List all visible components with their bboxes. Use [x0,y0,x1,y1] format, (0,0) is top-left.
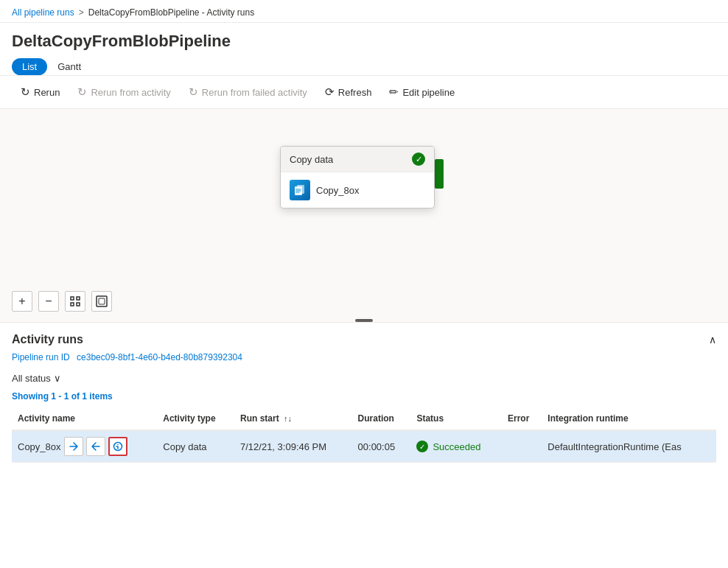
collapse-button[interactable]: ∧ [709,334,716,346]
col-activity-name: Activity name [12,407,157,430]
scroll-indicator [355,319,373,322]
svg-point-9 [117,444,119,446]
breadcrumb-current: DeltaCopyFromBlobPipeline - Activity run… [88,7,254,18]
pipeline-run-id-label: Pipeline run ID [12,352,70,362]
node-success-indicator [435,159,444,189]
col-activity-type: Activity type [157,407,234,430]
rerun-activity-icon: ↻ [77,85,87,99]
activity-name-text: Copy_8ox [18,441,61,452]
svg-rect-3 [77,297,80,300]
tooltip-header: Copy data ✓ [281,147,434,172]
edit-icon: ✏ [389,85,399,99]
zoom-out-button[interactable]: − [38,291,59,312]
status-success-icon: ✓ [416,441,428,452]
edit-pipeline-button[interactable]: ✏ Edit pipeline [380,82,463,102]
section-header: Activity runs ∧ [12,323,716,352]
cell-run-start: 7/12/21, 3:09:46 PM [234,430,352,463]
svg-rect-2 [71,297,74,300]
status-filter[interactable]: All status ∨ [12,368,716,388]
node-success-icon: ✓ [412,152,425,166]
rerun-failed-icon: ↻ [189,85,198,99]
tab-row: List Gantt [0,58,728,76]
col-status: Status [410,407,502,430]
cell-integration-runtime: DefaultIntegrationRuntime (Eas [542,430,716,463]
canvas-area: Copy data ✓ Copy_8ox + − [0,109,728,323]
status-filter-label: All status [12,373,51,384]
node-type-label: Copy data [290,154,333,165]
col-error: Error [502,407,542,430]
cell-duration: 00:00:05 [352,430,411,463]
toolbar: ↻ Rerun ↻ Rerun from activity ↻ Rerun fr… [0,76,728,109]
svg-rect-4 [71,303,74,306]
table-row: Copy_8ox [12,430,716,463]
svg-rect-5 [77,303,80,306]
breadcrumb-separator: > [79,7,84,18]
refresh-icon: ⟳ [325,85,335,99]
table-header-row: Activity name Activity type Run start ↑↓… [12,407,716,430]
rerun-from-failed-button[interactable]: ↻ Rerun from failed activity [180,82,316,102]
copy-data-icon [290,180,310,200]
pipeline-run-id-value: ce3bec09-8bf1-4e60-b4ed-80b879392304 [77,352,242,362]
sort-icon[interactable]: ↑↓ [284,414,292,423]
rerun-icon: ↻ [21,85,30,99]
section-title: Activity runs [12,333,83,346]
showing-range: 1 - 1 [51,391,69,402]
output-icon-button[interactable] [86,437,105,456]
zoom-in-button[interactable]: + [12,291,32,312]
status-cell: ✓ Succeeded [416,441,496,452]
page-title: DeltaCopyFromBlobPipeline [0,23,728,58]
cell-error [502,430,542,463]
col-duration: Duration [352,407,411,430]
svg-rect-7 [99,298,105,304]
status-filter-chevron: ∨ [54,373,61,384]
showing-text: Showing 1 - 1 of 1 items [12,388,716,407]
cell-status: ✓ Succeeded [410,430,502,463]
action-icons [64,437,127,456]
breadcrumb: All pipeline runs > DeltaCopyFromBlobPip… [0,0,728,23]
refresh-button[interactable]: ⟳ Refresh [316,82,381,102]
rerun-from-activity-button[interactable]: ↻ Rerun from activity [69,82,179,102]
pipeline-run-id-row: Pipeline run ID ce3bec09-8bf1-4e60-b4ed-… [12,352,716,368]
pipeline-node-popup: Copy data ✓ Copy_8ox [280,146,435,208]
activity-runs-table: Activity name Activity type Run start ↑↓… [12,407,716,463]
svg-rect-6 [97,296,107,306]
tooltip-body: Copy_8ox [281,172,434,208]
activity-runs-section: Activity runs ∧ Pipeline run ID ce3bec09… [0,323,728,463]
status-text: Succeeded [433,441,480,452]
zoom-controls: + − [12,291,112,312]
node-name: Copy_8ox [316,185,360,196]
reset-view-button[interactable] [91,291,112,312]
details-icon-button[interactable] [108,437,127,456]
input-icon-button[interactable] [64,437,83,456]
tab-list[interactable]: List [12,58,47,75]
rerun-button[interactable]: ↻ Rerun [12,82,69,102]
cell-activity-name: Copy_8ox [12,430,157,463]
cell-activity-type: Copy data [157,430,234,463]
breadcrumb-all-pipelines[interactable]: All pipeline runs [12,7,74,18]
tab-gantt[interactable]: Gantt [47,58,91,75]
col-integration-runtime: Integration runtime [542,407,716,430]
fit-view-button[interactable] [65,291,85,312]
col-run-start: Run start ↑↓ [234,407,352,430]
